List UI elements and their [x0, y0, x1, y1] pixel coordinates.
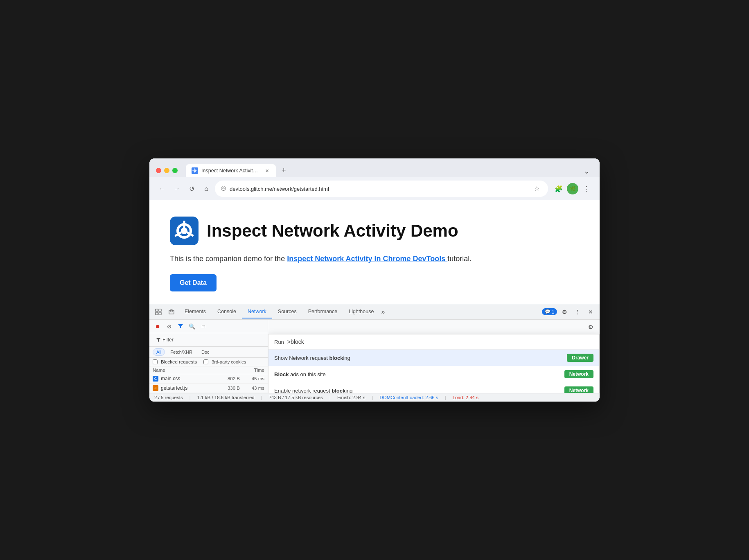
tab-network[interactable]: Network: [242, 305, 272, 318]
record-button[interactable]: ⏺: [153, 321, 162, 331]
chrome-logo: [170, 217, 199, 245]
badge-drawer[interactable]: Drawer: [567, 354, 593, 362]
svg-point-5: [221, 186, 226, 190]
back-button[interactable]: ←: [156, 183, 168, 195]
clear-button[interactable]: ⊘: [164, 321, 174, 331]
sep-3: |: [329, 395, 331, 400]
sep-1: |: [190, 395, 191, 400]
filter-pills: All Fetch/XHR Doc: [149, 347, 268, 358]
get-data-button[interactable]: Get Data: [170, 274, 217, 291]
text-bold-1: block: [329, 355, 343, 361]
close-traffic-light[interactable]: [156, 168, 161, 173]
search-button[interactable]: 🔍: [187, 321, 197, 331]
text-prefix-3: Enable network request: [274, 388, 332, 393]
col-name-header: Name: [153, 368, 215, 373]
tabs-area: Inspect Network Activity Dem ✕ + ⌄: [186, 163, 593, 177]
devtools-tabs: Elements Console Network Sources Perform…: [179, 305, 540, 318]
screenshot-button[interactable]: □: [199, 321, 208, 331]
filter-doc[interactable]: Doc: [198, 348, 213, 356]
reload-button[interactable]: ↺: [185, 183, 198, 195]
third-party-checkbox[interactable]: [203, 359, 208, 364]
address-bar[interactable]: devtools.glitch.me/network/getstarted.ht…: [215, 181, 548, 197]
address-security-icon: [221, 185, 226, 192]
device-toolbar-button[interactable]: [166, 306, 177, 318]
svg-rect-17: [171, 309, 172, 312]
svg-point-8: [181, 228, 187, 234]
active-tab[interactable]: Inspect Network Activity Dem ✕: [186, 164, 276, 177]
css-file-icon: C: [153, 376, 158, 382]
table-header: Name Time: [149, 366, 268, 374]
toolbar-actions: 🧩 🌿 ⋮: [552, 182, 593, 195]
tab-title: Inspect Network Activity Dem: [201, 168, 260, 174]
command-item-block-ads[interactable]: Block ads on this site Network: [268, 366, 599, 382]
js-filename: getstarted.js: [161, 385, 215, 391]
command-item-show-blocking[interactable]: Show Network request blocking Drawer: [268, 350, 599, 366]
css-time: 45 ms: [240, 376, 264, 381]
status-load: Load: 2.84 s: [453, 395, 478, 400]
js-size: 330 B: [215, 386, 240, 391]
tab-console[interactable]: Console: [212, 305, 242, 318]
maximize-traffic-light[interactable]: [172, 168, 178, 173]
js-file-icon: J: [153, 385, 158, 391]
file-row-css[interactable]: C main.css 802 B 45 ms: [149, 374, 268, 384]
text-prefix-1: Show Network request: [274, 355, 329, 361]
extensions-button[interactable]: 🧩: [552, 182, 565, 195]
tab-lighthouse[interactable]: Lighthouse: [343, 305, 379, 318]
minimize-traffic-light[interactable]: [164, 168, 169, 173]
traffic-lights: [156, 168, 178, 173]
command-menu: Run Show Network request blocking Drawer…: [268, 334, 600, 393]
command-item-text-3: Enable network request blocking: [274, 388, 564, 393]
command-input[interactable]: [287, 339, 593, 345]
tab-close-button[interactable]: ✕: [264, 167, 270, 174]
filter-button[interactable]: [176, 321, 185, 331]
address-bar-row: ← → ↺ ⌂ devtools.glitch.me/network/getst…: [149, 177, 600, 200]
filter-all[interactable]: All: [153, 348, 165, 356]
svg-rect-12: [156, 309, 158, 312]
devtools-link[interactable]: Inspect Network Activity In Chrome DevTo…: [287, 255, 447, 263]
page-title: Inspect Network Activity Demo: [207, 221, 458, 241]
page-content: Inspect Network Activity Demo This is th…: [149, 200, 600, 304]
file-row-js[interactable]: J getstarted.js 330 B 43 ms: [149, 384, 268, 393]
profile-avatar[interactable]: 🌿: [567, 183, 578, 194]
address-actions: ☆: [531, 183, 542, 194]
new-tab-button[interactable]: +: [277, 163, 290, 177]
bookmark-button[interactable]: ☆: [531, 183, 542, 194]
command-item-enable-blocking[interactable]: Enable network request blocking Network: [268, 382, 599, 393]
status-transferred: 1.1 kB / 18.6 kB transferred: [197, 395, 255, 400]
svg-rect-15: [159, 312, 161, 315]
forward-button[interactable]: →: [171, 183, 183, 195]
filter-label-button[interactable]: Filter: [153, 336, 177, 344]
console-messages-badge[interactable]: 💬 1: [542, 308, 557, 315]
badge-network-2[interactable]: Network: [564, 386, 593, 393]
blocked-requests-checkbox[interactable]: [153, 359, 158, 364]
tab-favicon: [192, 167, 198, 174]
text-suffix-2: ads on this site: [289, 371, 325, 377]
description-prefix: This is the companion demo for the: [170, 255, 287, 263]
console-icon: 💬: [545, 309, 550, 314]
devtools-close-button[interactable]: ✕: [585, 306, 596, 318]
filter-fetchxhr[interactable]: Fetch/XHR: [167, 348, 196, 356]
inspect-element-button[interactable]: [153, 306, 164, 318]
sep-4: |: [372, 395, 373, 400]
tab-menu-button[interactable]: ⌄: [580, 165, 593, 177]
devtools-body: ⏺ ⊘ 🔍 □ Filter: [149, 320, 600, 393]
devtools-settings-button[interactable]: ⚙: [559, 306, 570, 318]
tab-sources-dt[interactable]: Sources: [272, 305, 302, 318]
description-suffix: tutorial.: [447, 255, 472, 263]
svg-rect-13: [156, 312, 158, 315]
badge-network-1[interactable]: Network: [564, 370, 593, 378]
text-suffix-1: ing: [343, 355, 350, 361]
status-resources: 743 B / 17.5 kB resources: [269, 395, 323, 400]
tab-performance[interactable]: Performance: [302, 305, 343, 318]
title-bar: Inspect Network Activity Dem ✕ + ⌄: [149, 158, 600, 177]
network-sidebar: ⏺ ⊘ 🔍 □ Filter: [149, 320, 268, 393]
devtools-more-button[interactable]: ⋮: [572, 306, 583, 318]
tab-elements[interactable]: Elements: [179, 305, 212, 318]
more-menu-button[interactable]: ⋮: [580, 182, 593, 195]
main-settings-button[interactable]: ⚙: [586, 322, 596, 332]
devtools-panel: Elements Console Network Sources Perform…: [149, 304, 600, 402]
home-button[interactable]: ⌂: [200, 183, 212, 195]
more-tabs-button[interactable]: »: [379, 307, 386, 317]
browser-window: Inspect Network Activity Dem ✕ + ⌄ ← → ↺…: [149, 158, 600, 402]
svg-rect-14: [159, 309, 161, 312]
